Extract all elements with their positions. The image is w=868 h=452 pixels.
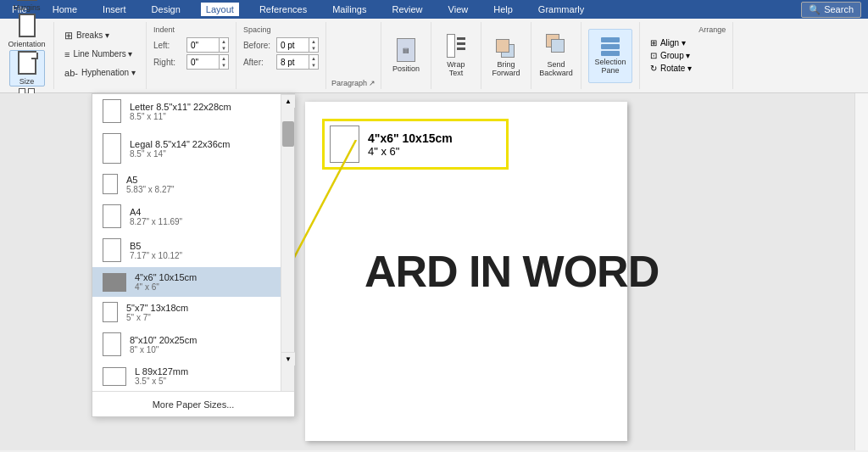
indent-left-up[interactable]: ▲ <box>219 38 228 45</box>
indent-left-input[interactable]: 0" ▲ ▼ <box>186 37 229 53</box>
ribbon-insert[interactable]: Insert <box>97 3 131 16</box>
paragraph-group: Paragraph ↗ <box>326 22 381 89</box>
ribbon: File Home Insert Design Layout Reference… <box>0 0 868 19</box>
send-backward-group: Send Backward <box>531 22 581 89</box>
spacing-before-label: Before: <box>243 41 273 50</box>
ribbon-references[interactable]: References <box>254 3 312 16</box>
paper-item-letter[interactable]: Letter 8.5"x11" 22x28cm 8.5" x 11" <box>92 94 281 128</box>
spacing-before-down[interactable]: ▼ <box>309 45 318 52</box>
paper-size-a4: 8.27" x 11.69" <box>130 217 270 226</box>
spacing-before-up[interactable]: ▲ <box>309 38 318 45</box>
paper-size-letter: 8.5" x 11" <box>130 112 270 121</box>
scroll-down-btn[interactable]: ▼ <box>281 352 295 366</box>
paper-icon-b5 <box>103 238 121 262</box>
ribbon-view[interactable]: View <box>443 3 474 16</box>
bring-forward-group: Bring Forward <box>481 22 531 89</box>
doc-large-text: ARD IN WORD <box>364 246 659 297</box>
ribbon-design[interactable]: Design <box>147 3 186 16</box>
line-numbers-icon: ≡ <box>64 49 70 59</box>
paper-item-4x6[interactable]: 4"x6" 10x15cm 4" x 6" <box>92 267 281 297</box>
ribbon-home[interactable]: Home <box>47 3 82 16</box>
align-subgroup: ⊞ Align ▾ ⊡ Group ▾ ↻ Rotate ▾ <box>647 24 695 87</box>
callout-box: 4"x6" 10x15cm 4" x 6" <box>322 119 509 170</box>
paper-icon-a4 <box>103 204 121 228</box>
line-numbers-button[interactable]: ≡ Line Numbers ▾ <box>61 46 136 63</box>
paper-size-a5: 5.83" x 8.27" <box>126 185 270 194</box>
paper-item-5x7[interactable]: 5"x7" 13x18cm 5" x 7" <box>92 297 281 327</box>
ribbon-mailings[interactable]: Mailings <box>327 3 371 16</box>
ribbon-search[interactable]: 🔍 Search <box>801 2 861 18</box>
indent-right-down[interactable]: ▼ <box>219 62 228 69</box>
rotate-button[interactable]: ↻ Rotate ▾ <box>647 63 695 74</box>
paper-item-a4[interactable]: A4 8.27" x 11.69" <box>92 199 281 233</box>
spacing-before-input[interactable]: 0 pt ▲ ▼ <box>276 37 319 53</box>
paper-item-a5[interactable]: A5 5.83" x 8.27" <box>92 169 281 199</box>
paper-icon-letter <box>103 99 121 123</box>
scroll-up-btn[interactable]: ▲ <box>281 94 295 108</box>
ribbon-review[interactable]: Review <box>387 3 428 16</box>
paper-item-8x10[interactable]: 8"x10" 20x25cm 8" x 10" <box>92 327 281 361</box>
position-group: ▤ Position <box>381 22 431 89</box>
margins-button[interactable]: Margins <box>9 0 45 12</box>
paper-name-letter: Letter 8.5"x11" 22x28cm <box>130 102 270 112</box>
paper-name-4x6: 4"x6" 10x15cm <box>135 272 270 282</box>
paper-name-5x7: 5"x7" 13x18cm <box>126 303 270 313</box>
paper-name-b5: B5 <box>130 241 270 251</box>
margins-group: Margins Orientation Size Columns Page Se… <box>0 22 54 89</box>
paper-icon-5x7 <box>103 302 118 322</box>
breaks-icon: ⊞ <box>64 30 73 42</box>
indent-left-down[interactable]: ▼ <box>219 45 228 52</box>
paper-size-l89: 3.5" x 5" <box>135 377 270 386</box>
paper-icon-legal <box>103 133 121 164</box>
toolbar: Margins Orientation Size Columns Page Se… <box>0 19 868 93</box>
spacing-group: Spacing Before: 0 pt ▲ ▼ After: 8 pt ▲ ▼ <box>236 22 326 89</box>
paper-size-b5: 7.17" x 10.12" <box>130 251 270 260</box>
more-paper-sizes-button[interactable]: More Paper Sizes... <box>92 391 294 416</box>
paper-name-legal: Legal 8.5"x14" 22x36cm <box>130 139 270 149</box>
dropdown-scrollbar[interactable]: ▲ ▼ <box>281 94 294 391</box>
ribbon-grammarly[interactable]: Grammarly <box>533 3 589 16</box>
spacing-header: Spacing <box>243 25 319 34</box>
arrange-label: Arrange <box>698 25 726 87</box>
paper-size-legal: 8.5" x 14" <box>130 149 270 159</box>
paper-size-5x7: 5" x 7" <box>126 313 270 322</box>
main-scrollbar[interactable] <box>854 93 868 450</box>
spacing-after-up[interactable]: ▲ <box>309 55 318 62</box>
indent-right-input[interactable]: 0" ▲ ▼ <box>186 54 229 70</box>
hyphenation-button[interactable]: ab- Hyphenation ▾ <box>61 64 139 81</box>
selection-pane-button[interactable]: Selection Pane <box>588 29 632 83</box>
paragraph-expand-icon[interactable]: ↗ <box>369 79 376 87</box>
paragraph-label: Paragraph ↗ <box>331 79 376 87</box>
ribbon-help[interactable]: Help <box>488 3 518 16</box>
paper-icon-8x10 <box>103 332 121 356</box>
indent-left-label: Left: <box>153 41 183 50</box>
arrange-group: ⊞ Align ▾ ⊡ Group ▾ ↻ Rotate ▾ Arrange <box>640 22 733 89</box>
breaks-button[interactable]: ⊞ Breaks ▾ <box>61 27 129 44</box>
group-button[interactable]: ⊡ Group ▾ <box>647 50 695 61</box>
breaks-group: ⊞ Breaks ▾ ≡ Line Numbers ▾ ab- Hyphenat… <box>54 22 147 89</box>
spacing-after-input[interactable]: 8 pt ▲ ▼ <box>276 54 319 70</box>
paper-size-8x10: 8" x 10" <box>130 345 270 354</box>
bring-forward-button[interactable]: Bring Forward <box>488 33 524 79</box>
wrap-text-group: Wrap Text <box>431 22 481 89</box>
group-icon: ⊡ <box>650 51 657 60</box>
paper-item-legal[interactable]: Legal 8.5"x14" 22x36cm 8.5" x 14" <box>92 128 281 169</box>
paper-name-l89: L 89x127mm <box>135 366 270 377</box>
align-button[interactable]: ⊞ Align ▾ <box>647 37 695 48</box>
position-button[interactable]: ▤ Position <box>388 33 424 79</box>
paper-item-b5[interactable]: B5 7.17" x 10.12" <box>92 233 281 267</box>
ribbon-layout[interactable]: Layout <box>201 3 239 16</box>
wrap-text-button[interactable]: Wrap Text <box>438 33 474 79</box>
paper-icon-4x6 <box>103 273 126 292</box>
orientation-button[interactable]: Orientation <box>9 14 45 48</box>
paper-size-4x6: 4" x 6" <box>135 282 270 292</box>
size-button[interactable]: Size <box>9 50 45 86</box>
scroll-thumb[interactable] <box>282 121 294 147</box>
spacing-after-down[interactable]: ▼ <box>309 62 318 69</box>
send-backward-button[interactable]: Send Backward <box>538 33 574 79</box>
paper-icon-a5 <box>103 174 118 194</box>
paper-item-l89[interactable]: L 89x127mm 3.5" x 5" <box>92 361 281 391</box>
paper-size-dropdown: ▲ Letter 8.5"x11" 22x28cm 8.5" x 11" Leg… <box>92 93 295 417</box>
paper-name-a4: A4 <box>130 207 270 217</box>
indent-right-up[interactable]: ▲ <box>219 55 228 62</box>
